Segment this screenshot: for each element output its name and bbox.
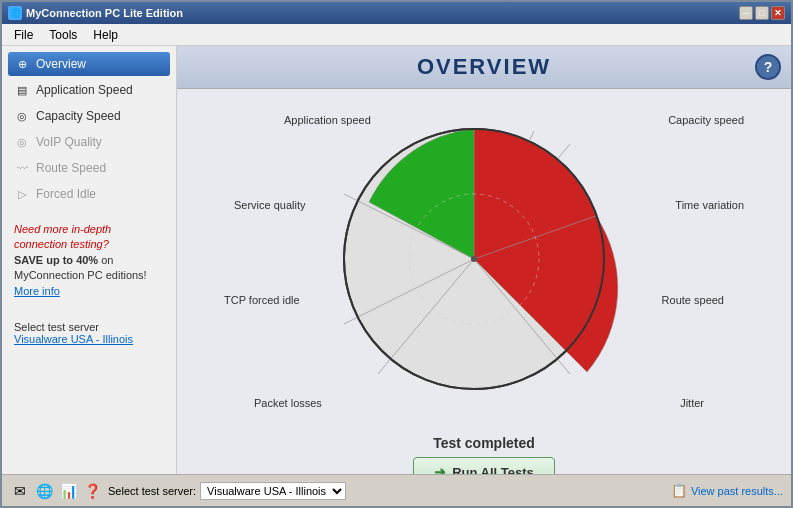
chart-icon[interactable]: 📊 (58, 481, 78, 501)
sidebar-item-capacity-speed[interactable]: ◎ Capacity Speed (8, 104, 170, 128)
sidebar-server: Select test server Visualware USA - Illi… (8, 315, 170, 351)
run-icon: ➜ (434, 464, 446, 474)
sidebar-promo: Need more in-depth connection testing? S… (8, 216, 170, 305)
voip-quality-icon: ◎ (14, 134, 30, 150)
sidebar-item-route-speed[interactable]: 〰 Route Speed (8, 156, 170, 180)
main-content: ⊕ Overview ▤ Application Speed ◎ Capacit… (2, 46, 791, 474)
overview-icon: ⊕ (14, 56, 30, 72)
menubar: File Tools Help (2, 24, 791, 46)
menu-help[interactable]: Help (85, 26, 126, 44)
sidebar-label-application-speed: Application Speed (36, 83, 133, 97)
label-capacity-speed: Capacity speed (668, 114, 744, 126)
capacity-speed-icon: ◎ (14, 108, 30, 124)
promo-save: SAVE up to 40% (14, 254, 98, 266)
sidebar-label-capacity-speed: Capacity Speed (36, 109, 121, 123)
svg-point-11 (471, 256, 477, 262)
sidebar: ⊕ Overview ▤ Application Speed ◎ Capacit… (2, 46, 177, 474)
test-completed: Test completed ➜ Run All Tests (413, 435, 555, 474)
minimize-button[interactable]: ─ (739, 6, 753, 20)
content-header: OVERVIEW ? (177, 46, 791, 89)
web-icon[interactable]: 🌐 (34, 481, 54, 501)
sidebar-label-overview: Overview (36, 57, 86, 71)
titlebar-left: 🌐 MyConnection PC Lite Edition (8, 6, 183, 20)
promo-line1: Need more in-depth connection testing? (14, 223, 111, 250)
page-title: OVERVIEW (417, 54, 551, 79)
label-time-variation: Time variation (675, 199, 744, 211)
promo-more-info-link[interactable]: More info (14, 285, 60, 297)
chart-container: Application speed Capacity speed Service… (204, 99, 764, 429)
main-window: 🌐 MyConnection PC Lite Edition ─ □ ✕ Fil… (0, 0, 793, 508)
pie-chart (314, 109, 634, 409)
server-select-label: Select test server: (108, 485, 196, 497)
sidebar-item-overview[interactable]: ⊕ Overview (8, 52, 170, 76)
app-icon: 🌐 (8, 6, 22, 20)
menu-file[interactable]: File (6, 26, 41, 44)
label-service-quality: Service quality (234, 199, 306, 211)
label-application-speed: Application speed (284, 114, 371, 126)
sidebar-label-route-speed: Route Speed (36, 161, 106, 175)
server-select-dropdown[interactable]: Visualware USA - Illinois (200, 482, 346, 500)
bottombar-left: ✉ 🌐 📊 ❓ Select test server: Visualware U… (10, 481, 346, 501)
sidebar-item-forced-idle[interactable]: ▷ Forced Idle (8, 182, 170, 206)
sidebar-label-voip-quality: VoIP Quality (36, 135, 102, 149)
view-past-results-button[interactable]: 📋 View past results... (671, 483, 783, 498)
help-bottom-icon[interactable]: ❓ (82, 481, 102, 501)
server-select-area: Select test server: Visualware USA - Ill… (108, 482, 346, 500)
test-completed-label: Test completed (413, 435, 555, 451)
label-jitter: Jitter (680, 397, 704, 409)
help-button[interactable]: ? (755, 54, 781, 80)
label-route-speed: Route speed (662, 294, 724, 306)
sidebar-item-application-speed[interactable]: ▤ Application Speed (8, 78, 170, 102)
server-link[interactable]: Visualware USA - Illinois (14, 333, 133, 345)
view-results-label: View past results... (691, 485, 783, 497)
sidebar-label-forced-idle: Forced Idle (36, 187, 96, 201)
titlebar-buttons: ─ □ ✕ (739, 6, 785, 20)
forced-idle-icon: ▷ (14, 186, 30, 202)
bottombar-icons: ✉ 🌐 📊 ❓ (10, 481, 102, 501)
maximize-button[interactable]: □ (755, 6, 769, 20)
content-area: OVERVIEW ? (177, 46, 791, 474)
run-all-tests-label: Run All Tests (452, 465, 534, 475)
email-icon[interactable]: ✉ (10, 481, 30, 501)
label-packet-losses: Packet losses (254, 397, 322, 409)
bottombar: ✉ 🌐 📊 ❓ Select test server: Visualware U… (2, 474, 791, 506)
titlebar: 🌐 MyConnection PC Lite Edition ─ □ ✕ (2, 2, 791, 24)
run-all-tests-button[interactable]: ➜ Run All Tests (413, 457, 555, 474)
route-speed-icon: 〰 (14, 160, 30, 176)
label-tcp-forced-idle: TCP forced idle (224, 294, 300, 306)
chart-area: Application speed Capacity speed Service… (177, 89, 791, 474)
server-label: Select test server (14, 321, 164, 333)
results-icon: 📋 (671, 483, 687, 498)
application-speed-icon: ▤ (14, 82, 30, 98)
close-button[interactable]: ✕ (771, 6, 785, 20)
menu-tools[interactable]: Tools (41, 26, 85, 44)
sidebar-item-voip-quality[interactable]: ◎ VoIP Quality (8, 130, 170, 154)
window-title: MyConnection PC Lite Edition (26, 7, 183, 19)
